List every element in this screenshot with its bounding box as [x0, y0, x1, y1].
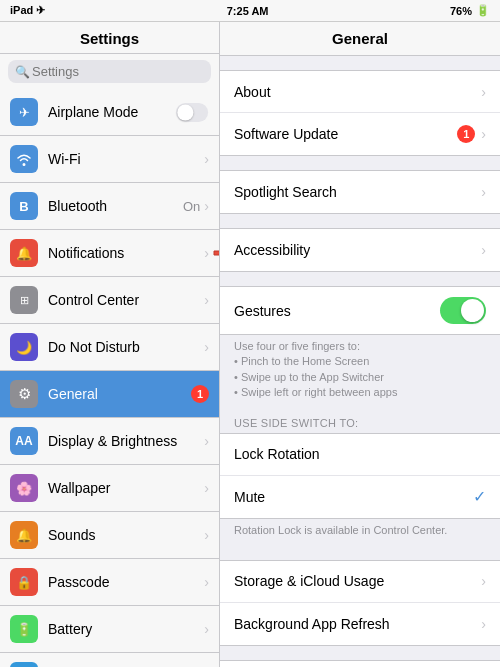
battery-icon: 🔋 [10, 615, 38, 643]
privacy-icon: 🤝 [10, 662, 38, 667]
bluetooth-icon: B [10, 192, 38, 220]
airplane-mode-icon: ✈ [10, 98, 38, 126]
sidebar-item-do-not-disturb[interactable]: 🌙 Do Not Disturb › [0, 324, 219, 371]
settings-group-2: Spotlight Search › [220, 170, 500, 214]
battery-icon: 76% [450, 5, 472, 17]
settings-row-auto-lock[interactable]: Auto-Lock 2 Minutes › [220, 661, 500, 667]
background-refresh-chevron: › [481, 616, 486, 632]
display-brightness-icon: AA [10, 427, 38, 455]
sidebar-item-general[interactable]: ⚙ General 1 [0, 371, 219, 418]
do-not-disturb-chevron: › [204, 339, 209, 355]
status-left: iPad ✈ [10, 4, 45, 17]
sidebar-item-battery[interactable]: 🔋 Battery › [0, 606, 219, 653]
sidebar-item-wallpaper[interactable]: 🌸 Wallpaper › [0, 465, 219, 512]
wallpaper-icon: 🌸 [10, 474, 38, 502]
content-panel: General About › Software Update 1 › Spot… [220, 22, 500, 667]
sidebar-list: ✈ Airplane Mode Wi-Fi › B [0, 89, 219, 667]
status-right: 76% 🔋 [450, 4, 490, 17]
settings-row-spotlight[interactable]: Spotlight Search › [220, 171, 500, 213]
general-label: General [48, 386, 191, 402]
wifi-chevron: › [204, 151, 209, 167]
spotlight-chevron: › [481, 184, 486, 200]
use-side-switch-label: USE SIDE SWITCH TO: [220, 409, 500, 433]
gestures-subtext: Use four or five fingers to:• Pinch to t… [220, 335, 500, 409]
red-arrow-annotation [209, 233, 219, 273]
storage-chevron: › [481, 573, 486, 589]
sidebar-item-passcode[interactable]: 🔒 Passcode › [0, 559, 219, 606]
battery-symbol: 🔋 [476, 4, 490, 17]
bluetooth-label: Bluetooth [48, 198, 183, 214]
battery-label: Battery [48, 621, 204, 637]
settings-row-gestures[interactable]: Gestures [220, 287, 500, 334]
svg-marker-0 [214, 238, 219, 268]
passcode-label: Passcode [48, 574, 204, 590]
main-layout: Settings 🔍 ✈ Airplane Mode [0, 22, 500, 667]
wifi-icon [10, 145, 38, 173]
passcode-icon: 🔒 [10, 568, 38, 596]
settings-group-3: Accessibility › [220, 228, 500, 272]
software-update-chevron: › [481, 126, 486, 142]
sidebar-item-wifi[interactable]: Wi-Fi › [0, 136, 219, 183]
sidebar-item-privacy[interactable]: 🤝 Privacy › [0, 653, 219, 667]
sidebar: Settings 🔍 ✈ Airplane Mode [0, 22, 220, 667]
airplane-mode-toggle[interactable] [176, 103, 208, 122]
control-center-chevron: › [204, 292, 209, 308]
sidebar-item-airplane-mode[interactable]: ✈ Airplane Mode [0, 89, 219, 136]
general-badge: 1 [191, 385, 209, 403]
battery-chevron: › [204, 621, 209, 637]
settings-row-background-refresh[interactable]: Background App Refresh › [220, 603, 500, 645]
sidebar-item-notifications[interactable]: 🔔 Notifications › [0, 230, 219, 277]
mute-label: Mute [234, 489, 473, 505]
settings-row-software-update[interactable]: Software Update 1 › [220, 113, 500, 155]
sounds-label: Sounds [48, 527, 204, 543]
sidebar-search-container: 🔍 [0, 54, 219, 89]
lock-rotation-label: Lock Rotation [234, 446, 486, 462]
sounds-icon: 🔔 [10, 521, 38, 549]
control-center-label: Control Center [48, 292, 204, 308]
sidebar-item-control-center[interactable]: ⊞ Control Center › [0, 277, 219, 324]
wifi-label: Wi-Fi [48, 151, 204, 167]
settings-row-about[interactable]: About › [220, 71, 500, 113]
gestures-toggle[interactable] [440, 297, 486, 324]
rotation-lock-subtext: Rotation Lock is available in Control Ce… [220, 519, 500, 546]
settings-row-lock-rotation[interactable]: Lock Rotation [220, 434, 500, 476]
sidebar-item-bluetooth[interactable]: B Bluetooth On › [0, 183, 219, 230]
general-icon: ⚙ [10, 380, 38, 408]
software-update-badge: 1 [457, 125, 475, 143]
sidebar-item-sounds[interactable]: 🔔 Sounds › [0, 512, 219, 559]
sidebar-item-display-brightness[interactable]: AA Display & Brightness › [0, 418, 219, 465]
accessibility-label: Accessibility [234, 242, 481, 258]
content-title: General [220, 22, 500, 56]
ipad-label: iPad ✈ [10, 4, 45, 17]
software-update-label: Software Update [234, 126, 457, 142]
status-bar: iPad ✈ 7:25 AM 76% 🔋 [0, 0, 500, 22]
notifications-label: Notifications [48, 245, 204, 261]
settings-group-4: Gestures [220, 286, 500, 335]
settings-row-mute[interactable]: Mute ✓ [220, 476, 500, 518]
search-input[interactable] [8, 60, 211, 83]
sounds-chevron: › [204, 527, 209, 543]
display-brightness-chevron: › [204, 433, 209, 449]
do-not-disturb-icon: 🌙 [10, 333, 38, 361]
settings-group-5: Lock Rotation Mute ✓ [220, 433, 500, 519]
storage-label: Storage & iCloud Usage [234, 573, 481, 589]
spotlight-label: Spotlight Search [234, 184, 481, 200]
control-center-icon: ⊞ [10, 286, 38, 314]
wallpaper-chevron: › [204, 480, 209, 496]
accessibility-chevron: › [481, 242, 486, 258]
display-brightness-label: Display & Brightness [48, 433, 204, 449]
status-time: 7:25 AM [227, 5, 269, 17]
search-icon: 🔍 [15, 65, 30, 79]
gestures-label: Gestures [234, 303, 440, 319]
settings-group-7: Auto-Lock 2 Minutes › Restrictions On › … [220, 660, 500, 667]
settings-group-1: About › Software Update 1 › [220, 70, 500, 156]
about-label: About [234, 84, 481, 100]
mute-checkmark: ✓ [473, 487, 486, 506]
settings-row-accessibility[interactable]: Accessibility › [220, 229, 500, 271]
do-not-disturb-label: Do Not Disturb [48, 339, 204, 355]
notifications-chevron: › [204, 245, 209, 261]
background-refresh-label: Background App Refresh [234, 616, 481, 632]
settings-row-storage[interactable]: Storage & iCloud Usage › [220, 561, 500, 603]
passcode-chevron: › [204, 574, 209, 590]
notifications-icon: 🔔 [10, 239, 38, 267]
